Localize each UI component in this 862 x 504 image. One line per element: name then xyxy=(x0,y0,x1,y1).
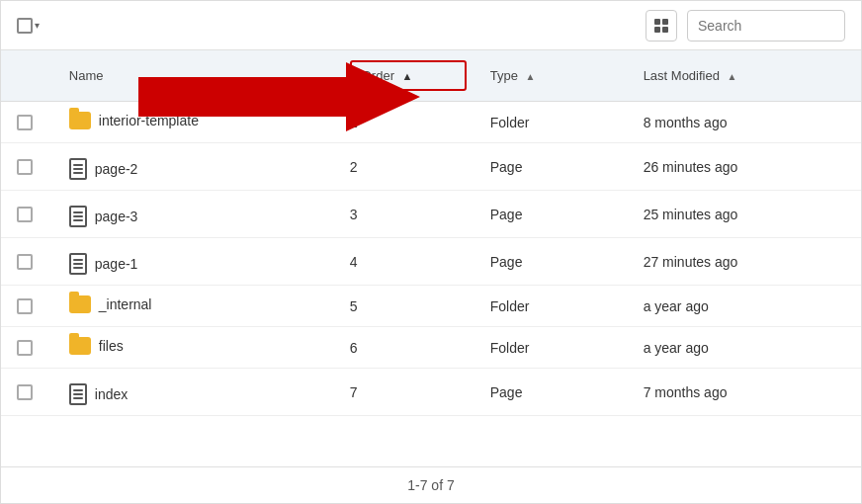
row-checkbox[interactable] xyxy=(17,384,33,400)
grid-icon xyxy=(654,19,668,33)
chevron-down-icon[interactable]: ▾ xyxy=(35,20,40,31)
row-checkbox[interactable] xyxy=(17,159,33,175)
table-row: files6Foldera year ago xyxy=(1,327,861,369)
row-name-cell[interactable]: page-1 xyxy=(57,238,338,286)
row-type-cell: Folder xyxy=(478,286,632,327)
table-row: page-22Page26 minutes ago xyxy=(1,143,861,191)
row-name-text: interior-template xyxy=(99,113,199,128)
row-type-cell: Page xyxy=(478,191,632,238)
row-type-cell: Folder xyxy=(478,327,632,369)
col-header-checkbox xyxy=(1,50,57,102)
main-container: ▾ xyxy=(0,0,862,504)
page-icon xyxy=(69,206,87,227)
row-name-cell[interactable]: page-3 xyxy=(57,191,338,238)
file-icon-folder: interior-template xyxy=(69,112,199,129)
toolbar-right xyxy=(646,10,845,42)
row-modified-cell: 25 minutes ago xyxy=(632,191,861,238)
row-modified-cell: 7 months ago xyxy=(632,369,861,416)
table-body: interior-template1Folder8 months agopage… xyxy=(1,102,861,416)
row-checkbox-cell xyxy=(1,102,57,143)
row-name-text: index xyxy=(95,386,128,402)
row-name-text: page-1 xyxy=(95,256,138,272)
select-all-checkbox[interactable] xyxy=(17,18,33,34)
type-sort-indicator: ▲ xyxy=(526,71,536,82)
row-name-cell[interactable]: _internal xyxy=(57,286,338,327)
order-header-highlighted[interactable]: Order ▲ xyxy=(350,60,467,91)
search-input[interactable] xyxy=(698,18,834,34)
sort-up-icon: ▲ xyxy=(402,70,413,82)
table-row: page-14Page27 minutes ago xyxy=(1,238,861,286)
search-box[interactable] xyxy=(687,10,845,42)
row-checkbox[interactable] xyxy=(17,298,33,314)
select-all-area[interactable]: ▾ xyxy=(17,18,40,34)
row-name-cell[interactable]: files xyxy=(57,327,338,369)
row-checkbox-cell xyxy=(1,286,57,327)
row-modified-cell: a year ago xyxy=(632,327,861,369)
row-checkbox[interactable] xyxy=(17,207,33,222)
file-icon-folder: files xyxy=(69,337,124,355)
row-name-text: _internal xyxy=(99,296,152,312)
table-row: _internal5Foldera year ago xyxy=(1,286,861,327)
row-order-cell: 4 xyxy=(338,238,478,286)
row-modified-cell: 8 months ago xyxy=(632,102,861,143)
row-order-cell: 5 xyxy=(338,286,478,327)
row-modified-cell: 26 minutes ago xyxy=(632,143,861,191)
files-table: Name Order ▲ Type ▲ xyxy=(1,50,861,416)
row-order-cell: 2 xyxy=(338,143,478,191)
folder-icon xyxy=(69,112,91,129)
toolbar: ▾ xyxy=(1,1,861,50)
file-icon-page: page-2 xyxy=(69,158,138,180)
col-header-modified[interactable]: Last Modified ▲ xyxy=(632,50,861,102)
folder-icon xyxy=(69,295,91,313)
row-order-cell: 6 xyxy=(338,327,478,369)
row-type-cell: Page xyxy=(478,369,632,416)
file-icon-folder: _internal xyxy=(69,295,152,313)
row-order-cell: 1 xyxy=(338,102,478,143)
row-name-text: page-3 xyxy=(95,209,138,224)
page-icon xyxy=(69,253,87,275)
folder-icon xyxy=(69,337,91,355)
modified-sort-indicator: ▲ xyxy=(728,71,737,82)
col-header-order[interactable]: Order ▲ xyxy=(338,50,478,102)
row-checkbox[interactable] xyxy=(17,340,33,356)
col-header-name[interactable]: Name xyxy=(57,50,338,102)
row-type-cell: Page xyxy=(478,143,632,191)
table-header-row: Name Order ▲ Type ▲ xyxy=(1,50,861,102)
table-footer: 1-7 of 7 xyxy=(1,466,861,503)
col-header-type[interactable]: Type ▲ xyxy=(478,50,632,102)
row-name-text: files xyxy=(99,338,124,354)
pagination-text: 1-7 of 7 xyxy=(407,477,454,493)
row-checkbox[interactable] xyxy=(17,115,33,130)
row-checkbox-cell xyxy=(1,143,57,191)
row-checkbox-cell xyxy=(1,369,57,416)
row-modified-cell: a year ago xyxy=(632,286,861,327)
toolbar-left: ▾ xyxy=(17,18,40,34)
row-type-cell: Page xyxy=(478,238,632,286)
file-icon-page: page-3 xyxy=(69,206,138,227)
row-name-cell[interactable]: index xyxy=(57,369,338,416)
row-checkbox[interactable] xyxy=(17,254,33,270)
file-icon-page: page-1 xyxy=(69,253,138,275)
page-icon xyxy=(69,158,87,180)
row-name-cell[interactable]: page-2 xyxy=(57,143,338,191)
file-icon-page: index xyxy=(69,383,128,405)
row-checkbox-cell xyxy=(1,327,57,369)
row-checkbox-cell xyxy=(1,191,57,238)
table-wrapper: Name Order ▲ Type ▲ xyxy=(1,50,861,466)
row-checkbox-cell xyxy=(1,238,57,286)
row-order-cell: 7 xyxy=(338,369,478,416)
page-icon xyxy=(69,383,87,405)
grid-view-button[interactable] xyxy=(646,10,677,42)
row-order-cell: 3 xyxy=(338,191,478,238)
row-name-text: page-2 xyxy=(95,161,138,177)
table-row: interior-template1Folder8 months ago xyxy=(1,102,861,143)
table-row: page-33Page25 minutes ago xyxy=(1,191,861,238)
table-row: index7Page7 months ago xyxy=(1,369,861,416)
row-modified-cell: 27 minutes ago xyxy=(632,238,861,286)
row-type-cell: Folder xyxy=(478,102,632,143)
row-name-cell[interactable]: interior-template xyxy=(57,102,338,143)
order-sort-indicator: ▲ xyxy=(402,70,413,82)
